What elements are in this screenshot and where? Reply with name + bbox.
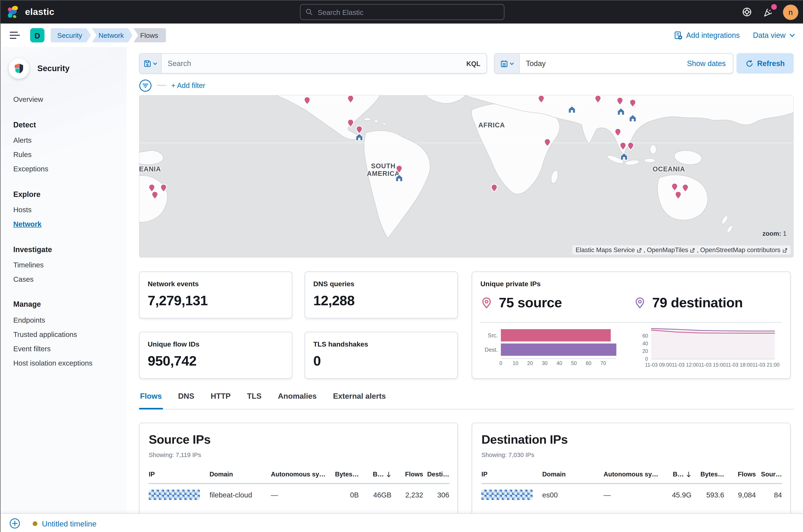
map-pin-icon[interactable] [395,164,404,175]
help-menu-button[interactable] [740,5,753,19]
sidebar-item-exceptions[interactable]: Exceptions [13,164,48,174]
axis-tick: 30 [542,360,548,366]
map-pin-icon[interactable] [615,95,624,107]
column-header-autonomous-system[interactable]: Autonomous sy… [271,471,328,484]
map-pin-icon[interactable] [151,190,159,201]
map-home-icon[interactable] [395,174,404,183]
tab-tls[interactable]: TLS [246,388,263,409]
news-feed-button[interactable] [762,5,775,19]
map-pin-icon[interactable] [594,95,603,105]
column-header-bytes-out-sorted[interactable]: B… [359,471,391,484]
column-header-domain[interactable]: Domain [542,471,604,484]
elastic-logo[interactable]: elastic [7,5,55,19]
add-integrations-button[interactable]: Add integrations [674,31,740,40]
sidebar-item-rules[interactable]: Rules [13,149,32,159]
attribution-elastic-maps-link[interactable]: Elastic Maps Service [575,246,642,253]
sidebar-item-timelines[interactable]: Timelines [13,260,43,270]
map-pin-icon[interactable] [159,183,168,194]
timeline-title[interactable]: Untitled timeline [42,519,96,528]
network-map[interactable]: EANIA SOUTH AMERICA AFRICA OCEANIA [139,95,794,258]
global-search[interactable] [300,4,504,20]
column-header-destination-ips[interactable]: Desti… [423,471,450,484]
column-header-source-ips[interactable]: Sour… [756,471,782,484]
destination-bar[interactable] [501,343,616,356]
breadcrumb-network[interactable]: Network [92,28,132,42]
sidebar-item-overview[interactable]: Overview [13,94,43,104]
map-home-icon[interactable] [616,107,625,116]
column-header-domain[interactable]: Domain [210,471,271,484]
cell-ip[interactable] [481,484,542,506]
date-quick-menu-button[interactable] [495,54,520,73]
source-bar[interactable] [501,329,610,341]
map-home-icon[interactable] [628,114,637,122]
sidebar-item-endpoints[interactable]: Endpoints [13,315,45,325]
column-header-ip[interactable]: IP [149,471,210,484]
date-range-value[interactable]: Today [520,54,680,73]
column-header-flows[interactable]: Flows [391,471,423,484]
cell-domain[interactable]: es00 [542,484,604,506]
add-timeline-button[interactable] [9,518,20,529]
refresh-button[interactable]: Refresh [737,53,794,74]
axis-tick: 40 [556,360,562,366]
axis-tick: 11-03 15:00 [699,362,726,367]
show-dates-button[interactable]: Show dates [680,54,733,73]
line-plot-area[interactable] [651,328,775,359]
space-badge[interactable]: D [30,28,44,42]
map-pin-icon[interactable] [537,95,546,105]
map-home-icon[interactable] [568,105,576,114]
column-header-bytes-in[interactable]: Bytes… [328,471,359,484]
filter-menu-icon[interactable] [139,79,152,92]
column-label: B… [673,471,684,478]
column-header-flows[interactable]: Flows [724,471,756,484]
tab-anomalies[interactable]: Anomalies [277,388,318,409]
breadcrumb-security[interactable]: Security [51,28,91,42]
sidebar-item-event-filters[interactable]: Event filters [13,343,51,354]
map-pin-icon[interactable] [626,140,635,152]
tab-external-alerts[interactable]: External alerts [332,388,387,409]
map-pin-icon[interactable] [346,95,355,105]
security-app-logo [9,58,29,79]
sidebar-item-hosts[interactable]: Hosts [13,205,32,215]
tab-http[interactable]: HTTP [210,388,232,409]
map-home-icon[interactable] [355,133,364,141]
map-pin-icon[interactable] [618,140,627,152]
map-home-icon[interactable] [619,152,628,161]
redacted-ip-value [149,490,200,500]
data-view-selector[interactable]: Data view [753,31,795,39]
tab-flows[interactable]: Flows [139,388,163,409]
sidebar-item-trusted-applications[interactable]: Trusted applications [13,329,77,339]
column-header-bytes-out[interactable]: Bytes… [692,471,724,484]
column-header-bytes-in-sorted[interactable]: B… [661,471,692,484]
refresh-icon [745,59,753,67]
kql-language-button[interactable]: KQL [460,54,486,73]
map-pin-icon[interactable] [490,183,499,194]
map-pin-icon[interactable] [674,190,683,201]
sidebar-item-host-isolation-exceptions[interactable]: Host isolation exceptions [13,358,92,368]
sidebar-section-explore: Explore [13,189,40,200]
sidebar-item-alerts[interactable]: Alerts [13,135,32,145]
column-header-autonomous-system[interactable]: Autonomous sy… [604,471,661,484]
saved-query-menu-button[interactable] [140,54,162,73]
tab-dns[interactable]: DNS [177,388,195,409]
cell-ip[interactable] [149,484,210,506]
map-label-oceania: OCEANIA [653,165,685,173]
brand-name: elastic [25,7,55,18]
add-filter-button[interactable]: + Add filter [171,81,205,90]
global-search-input[interactable] [317,7,499,17]
user-avatar[interactable]: n [783,4,798,20]
query-search-input[interactable] [161,54,460,73]
column-header-ip[interactable]: IP [481,471,542,484]
sidebar-item-network[interactable]: Network [13,219,41,229]
map-pin-icon[interactable] [543,137,552,148]
attribution-openstreetmap-link[interactable]: OpenStreetMap contributors [700,246,788,253]
sidebar-item-cases[interactable]: Cases [13,274,34,284]
map-pin-icon[interactable] [346,118,355,129]
cell-domain[interactable]: filebeat-cloud [210,484,271,506]
map-pin-icon[interactable] [303,95,311,106]
map-pin-icon[interactable] [613,127,622,138]
menu-toggle-icon[interactable] [10,32,20,39]
timeline-bottom-bar[interactable]: Untitled timeline [1,513,803,532]
map-pin-icon[interactable] [628,97,637,109]
timeline-status-dot [33,521,37,526]
attribution-openmaptiles-link[interactable]: OpenMapTiles [647,246,695,253]
